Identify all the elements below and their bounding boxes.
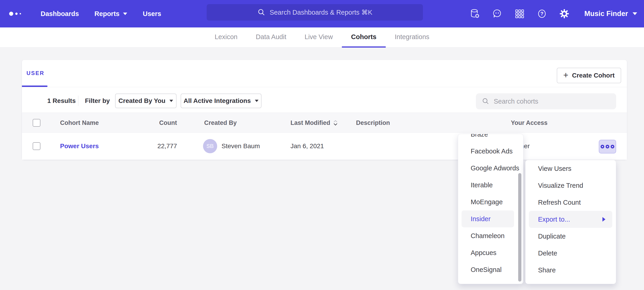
row-checkbox[interactable] xyxy=(33,142,40,150)
cohort-search-input[interactable] xyxy=(494,98,603,105)
menu-item-label: Refresh Count xyxy=(538,199,581,206)
chevron-down-icon xyxy=(632,12,637,15)
menu-item-label: Duplicate xyxy=(538,233,566,240)
table-header-row: Cohort Name Count Created By Last Modifi… xyxy=(22,112,627,133)
submenu-item-label: Appcues xyxy=(471,249,496,257)
tab-live-view[interactable]: Live View xyxy=(296,28,342,48)
integrations-filter-dropdown[interactable]: All Active Integrations xyxy=(181,94,262,108)
row-actions-button[interactable] xyxy=(599,140,616,154)
submenu-item-label: Chameleon xyxy=(471,232,504,240)
nav-dashboards-label: Dashboards xyxy=(41,10,79,18)
create-cohort-button[interactable]: + Create Cohort xyxy=(557,68,621,83)
submenu-item-chameleon[interactable]: Chameleon xyxy=(458,227,523,244)
header-description[interactable]: Description xyxy=(356,113,390,133)
header-count-label: Count xyxy=(159,119,177,126)
header-created-by[interactable]: Created By xyxy=(204,113,237,133)
menu-item-delete[interactable]: Delete xyxy=(526,245,616,262)
select-all-checkbox-cell xyxy=(33,119,40,127)
logo-dot-large xyxy=(9,12,13,16)
more-actions-icon xyxy=(600,145,604,149)
project-name: Music Finder xyxy=(584,10,628,18)
row-checkbox-cell xyxy=(33,133,40,160)
create-cohort-label: Create Cohort xyxy=(572,72,615,79)
menu-item-view-users[interactable]: View Users xyxy=(526,160,616,177)
results-count: 1 Results xyxy=(47,97,76,104)
feedback-icon[interactable] xyxy=(492,8,503,19)
menu-item-label: Export to... xyxy=(538,216,570,223)
submenu-item-insider[interactable]: Insider xyxy=(462,210,514,227)
menu-item-duplicate[interactable]: Duplicate xyxy=(526,228,616,245)
data-management-icon[interactable] xyxy=(469,8,480,19)
plus-icon: + xyxy=(564,71,568,79)
menu-item-export-to[interactable]: Export to... xyxy=(529,211,612,228)
submenu-item-braze[interactable]: Braze xyxy=(458,134,523,143)
svg-text:?: ? xyxy=(540,11,543,17)
logo-dot-small xyxy=(20,13,21,15)
created-by-filter-value: Created By You xyxy=(118,97,166,104)
menu-item-visualize-trend[interactable]: Visualize Trend xyxy=(526,177,616,194)
header-your-access[interactable]: Your Access xyxy=(511,113,548,133)
sort-desc-icon xyxy=(334,123,338,125)
more-actions-icon xyxy=(606,145,609,149)
project-switcher[interactable]: Music Finder xyxy=(584,10,637,18)
nav-right-cluster: ? xyxy=(469,0,637,28)
table-row[interactable]: Power Users 22,777 SB Steven Baum Jan 6,… xyxy=(22,133,627,160)
header-count[interactable]: Count xyxy=(132,113,177,133)
submenu-item-appcues[interactable]: Appcues xyxy=(458,244,523,261)
app-screen: Dashboards Reports Users Search Dashboar… xyxy=(0,0,644,290)
sort-asc-icon xyxy=(334,120,338,123)
top-nav: Dashboards Reports Users Search Dashboar… xyxy=(0,0,644,28)
last-modified-cell: Jan 6, 2021 xyxy=(290,133,324,160)
nav-dashboards[interactable]: Dashboards xyxy=(41,10,79,18)
menu-item-label: View Users xyxy=(538,165,572,173)
chevron-down-icon xyxy=(123,13,127,15)
header-cohort-name[interactable]: Cohort Name xyxy=(60,113,99,133)
sort-icon[interactable] xyxy=(334,120,338,125)
submenu-item-facebook-ads[interactable]: Facebook Ads xyxy=(458,143,523,160)
tab-data-audit[interactable]: Data Audit xyxy=(247,28,296,48)
header-your-access-label: Your Access xyxy=(511,119,548,126)
global-search-input[interactable]: Search Dashboards & Reports ⌘K xyxy=(207,4,423,21)
cohort-name-link[interactable]: Power Users xyxy=(60,142,99,150)
submenu-item-label: Insider xyxy=(471,215,490,223)
more-actions-icon xyxy=(611,145,614,149)
submenu-item-label: Braze xyxy=(471,134,488,138)
apps-grid-icon[interactable] xyxy=(514,8,525,19)
tab-cohorts[interactable]: Cohorts xyxy=(342,28,386,48)
cohort-search-box xyxy=(476,93,616,109)
header-cohort-name-label: Cohort Name xyxy=(60,119,99,126)
created-by-filter-dropdown[interactable]: Created By You xyxy=(115,94,176,108)
mixpanel-logo-icon[interactable] xyxy=(9,12,25,16)
submenu-item-google-adwords[interactable]: Google Adwords xyxy=(458,160,523,177)
submenu-item-onesignal[interactable]: OneSignal xyxy=(458,261,523,278)
help-icon[interactable]: ? xyxy=(536,8,548,19)
cohort-type-tab-user[interactable]: USER xyxy=(26,70,44,76)
submenu-item-label: MoEngage xyxy=(471,198,503,206)
select-all-checkbox[interactable] xyxy=(33,119,40,127)
nav-reports-label: Reports xyxy=(94,10,120,18)
header-description-label: Description xyxy=(356,119,390,126)
chevron-down-icon xyxy=(170,100,173,102)
chevron-down-icon xyxy=(255,100,258,102)
submenu-item-moengage[interactable]: MoEngage xyxy=(458,194,523,210)
tab-integrations-label: Integrations xyxy=(395,33,430,41)
tab-cohorts-label: Cohorts xyxy=(351,33,376,41)
nav-users[interactable]: Users xyxy=(143,10,161,18)
settings-gear-icon[interactable] xyxy=(559,8,570,19)
nav-reports[interactable]: Reports xyxy=(94,10,128,18)
header-last-modified-label: Last Modified xyxy=(290,119,330,126)
header-last-modified[interactable]: Last Modified xyxy=(290,113,338,133)
search-icon xyxy=(482,97,490,105)
tab-integrations[interactable]: Integrations xyxy=(386,28,439,48)
tab-lexicon[interactable]: Lexicon xyxy=(206,28,247,48)
cohorts-card: USER + Create Cohort 1 Results Filter by… xyxy=(22,60,627,160)
header-created-by-label: Created By xyxy=(204,119,237,126)
menu-item-share[interactable]: Share xyxy=(526,262,616,278)
nav-users-label: Users xyxy=(143,10,161,18)
tab-live-view-label: Live View xyxy=(305,33,333,41)
submenu-scrollbar[interactable] xyxy=(518,173,521,281)
logo-dot-medium xyxy=(15,13,18,15)
submenu-item-iterable[interactable]: Iterable xyxy=(458,177,523,194)
menu-item-refresh-count[interactable]: Refresh Count xyxy=(526,194,616,211)
integrations-filter-value: All Active Integrations xyxy=(184,97,251,104)
